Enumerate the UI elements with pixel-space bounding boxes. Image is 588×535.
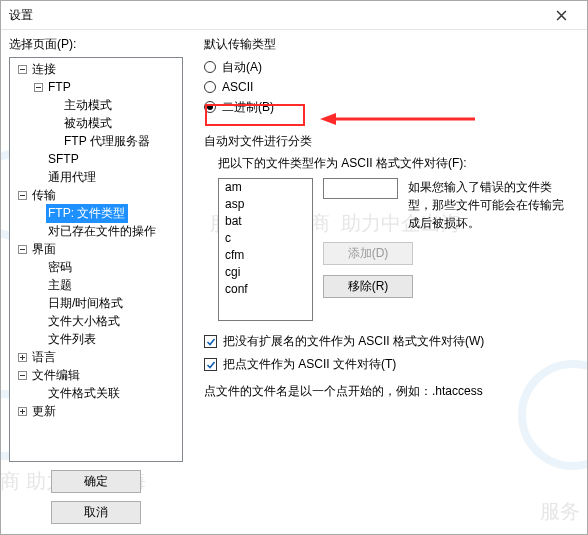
tree-update[interactable]: 更新 — [10, 402, 182, 420]
dialog-title: 设置 — [9, 7, 33, 24]
tree-generic-proxy[interactable]: 通用代理 — [10, 168, 182, 186]
tree-expander-icon[interactable] — [30, 79, 46, 95]
radio-label: 二进制(B) — [222, 99, 274, 116]
tree-filesize[interactable]: 文件大小格式 — [10, 312, 182, 330]
tree-datetime[interactable]: 日期/时间格式 — [10, 294, 182, 312]
list-item[interactable]: conf — [219, 281, 312, 298]
tree-transfer[interactable]: 传输 — [10, 186, 182, 204]
titlebar: 设置 — [1, 1, 587, 29]
transfer-type-label: 默认传输类型 — [204, 36, 577, 53]
list-item[interactable]: cgi — [219, 264, 312, 281]
tree-connection[interactable]: 连接 — [10, 60, 182, 78]
checkbox-dotfile-ascii[interactable]: 把点文件作为 ASCII 文件对待(T) — [204, 356, 396, 373]
tree-ftp-filetype[interactable]: FTP: 文件类型 — [10, 204, 182, 222]
tree-item-label: 文件编辑 — [30, 366, 83, 385]
list-item[interactable]: c — [219, 230, 312, 247]
tree-item-label: 界面 — [30, 240, 59, 259]
tree-language[interactable]: 语言 — [10, 348, 182, 366]
left-pane: 选择页面(P): 连接FTP主动模式被动模式FTP 代理服务器SFTP通用代理传… — [1, 30, 186, 534]
wrong-type-warning: 如果您输入了错误的文件类型，那些文件可能会在传输完成后被损坏。 — [408, 178, 566, 232]
tree-item-label: FTP — [46, 79, 74, 95]
radio-icon — [204, 101, 216, 113]
tree-sftp[interactable]: SFTP — [10, 150, 182, 168]
tree-existing-file[interactable]: 对已存在文件的操作 — [10, 222, 182, 240]
checkbox-noext-ascii[interactable]: 把没有扩展名的文件作为 ASCII 格式文件对待(W) — [204, 333, 484, 350]
settings-dialog: 设置 选择页面(P): 连接FTP主动模式被动模式FTP 代理服务器SFTP通用… — [0, 0, 588, 535]
radio-binary[interactable]: 二进制(B) — [204, 97, 274, 117]
tree-item-label: 主动模式 — [62, 96, 115, 115]
radio-icon — [204, 61, 216, 73]
radio-auto[interactable]: 自动(A) — [204, 57, 262, 77]
radio-label: 自动(A) — [222, 59, 262, 76]
tree-expander-icon[interactable] — [14, 61, 30, 77]
tree-item-label: FTP: 文件类型 — [46, 204, 128, 223]
tree-item-label: SFTP — [46, 151, 82, 167]
tree-item-label: 通用代理 — [46, 168, 99, 187]
dotfile-note: 点文件的文件名是以一个点开始的，例如：.htaccess — [204, 383, 577, 400]
tree-theme[interactable]: 主题 — [10, 276, 182, 294]
tree-active[interactable]: 主动模式 — [10, 96, 182, 114]
tree-item-label: 日期/时间格式 — [46, 294, 126, 313]
tree-ftp-proxy[interactable]: FTP 代理服务器 — [10, 132, 182, 150]
ascii-types-listbox[interactable]: amaspbatccfmcgiconf — [218, 178, 313, 321]
tree-item-label: 更新 — [30, 402, 59, 421]
remove-button[interactable]: 移除(R) — [323, 275, 413, 298]
new-type-input[interactable] — [323, 178, 398, 199]
tree-item-label: 文件列表 — [46, 330, 99, 349]
tree-file-assoc[interactable]: 文件格式关联 — [10, 384, 182, 402]
auto-classify-label: 自动对文件进行分类 — [204, 133, 577, 150]
check-icon — [204, 358, 217, 371]
tree-passive[interactable]: 被动模式 — [10, 114, 182, 132]
radio-icon — [204, 81, 216, 93]
tree-expander-icon[interactable] — [14, 187, 30, 203]
tree-item-label: 文件大小格式 — [46, 312, 123, 331]
select-page-label: 选择页面(P): — [9, 36, 183, 53]
cancel-button[interactable]: 取消 — [51, 501, 141, 524]
page-tree[interactable]: 连接FTP主动模式被动模式FTP 代理服务器SFTP通用代理传输FTP: 文件类… — [9, 57, 183, 462]
tree-item-label: 连接 — [30, 60, 59, 79]
tree-filelist[interactable]: 文件列表 — [10, 330, 182, 348]
tree-item-label: 对已存在文件的操作 — [46, 222, 159, 241]
tree-item-label: 主题 — [46, 276, 75, 295]
tree-expander-icon[interactable] — [14, 403, 30, 419]
close-button[interactable] — [541, 5, 581, 25]
ok-button[interactable]: 确定 — [51, 470, 141, 493]
list-item[interactable]: asp — [219, 196, 312, 213]
check-icon — [204, 335, 217, 348]
tree-expander-icon[interactable] — [14, 367, 30, 383]
tree-expander-icon[interactable] — [14, 349, 30, 365]
radio-ascii[interactable]: ASCII — [204, 77, 253, 97]
tree-item-label: 语言 — [30, 348, 59, 367]
checkbox-label: 把点文件作为 ASCII 文件对待(T) — [223, 356, 396, 373]
list-item[interactable]: am — [219, 179, 312, 196]
checkbox-label: 把没有扩展名的文件作为 ASCII 格式文件对待(W) — [223, 333, 484, 350]
tree-interface[interactable]: 界面 — [10, 240, 182, 258]
tree-ftp[interactable]: FTP — [10, 78, 182, 96]
list-item[interactable]: cfm — [219, 247, 312, 264]
tree-expander-icon[interactable] — [14, 241, 30, 257]
tree-password[interactable]: 密码 — [10, 258, 182, 276]
radio-label: ASCII — [222, 80, 253, 94]
ascii-hint-label: 把以下的文件类型作为 ASCII 格式文件对待(F): — [218, 155, 577, 172]
add-button[interactable]: 添加(D) — [323, 242, 413, 265]
right-pane: 默认传输类型 自动(A)ASCII二进制(B) 自动对文件进行分类 把以下的文件… — [186, 30, 587, 534]
tree-item-label: FTP 代理服务器 — [62, 132, 153, 151]
tree-file-edit[interactable]: 文件编辑 — [10, 366, 182, 384]
tree-item-label: 传输 — [30, 186, 59, 205]
list-item[interactable]: bat — [219, 213, 312, 230]
tree-item-label: 被动模式 — [62, 114, 115, 133]
tree-item-label: 密码 — [46, 258, 75, 277]
tree-item-label: 文件格式关联 — [46, 384, 123, 403]
